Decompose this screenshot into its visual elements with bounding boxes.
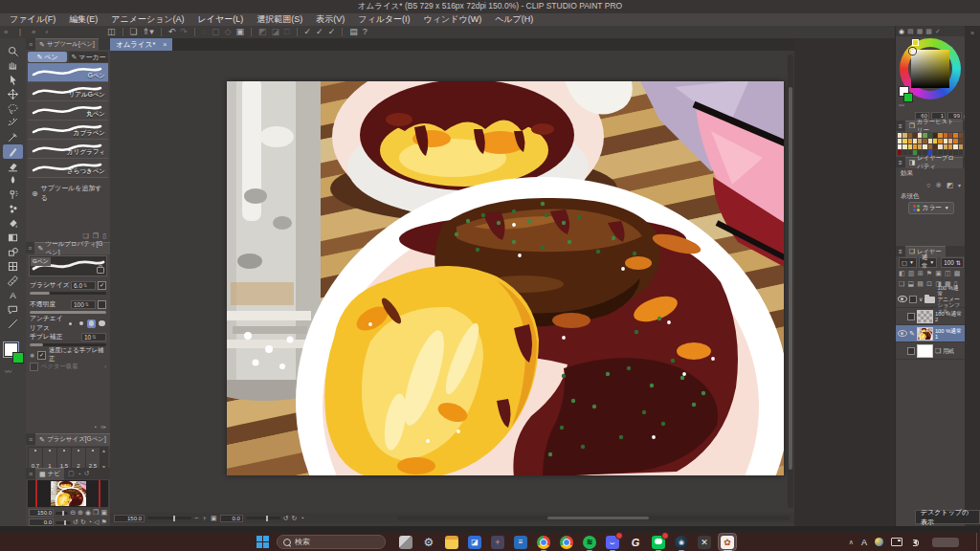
layer-tool-icon-icon_row1-6[interactable]: ▩ <box>954 270 961 277</box>
effect-icon-2[interactable]: ◩ <box>947 181 953 189</box>
snap-ruler-icon[interactable]: ✓ <box>304 28 312 36</box>
menu-item-1[interactable]: 編集(E) <box>69 13 98 26</box>
open-file-icon[interactable]: ❏ <box>130 28 138 36</box>
transparent-color-swatch[interactable]: 〰 <box>899 100 903 109</box>
layer-thumbnail[interactable] <box>917 344 933 358</box>
effect-icon-1[interactable]: ※ <box>936 181 942 189</box>
layer-thumbnail[interactable] <box>917 310 933 323</box>
navigator-zoom-button-1[interactable]: ⊕ <box>78 509 83 517</box>
panel-menu-icon[interactable]: ≡ <box>26 471 35 477</box>
layer-hidden-icon[interactable] <box>898 348 905 353</box>
effect-dropdown-icon[interactable]: ▾ <box>958 182 961 188</box>
show-desktop-button[interactable] <box>976 533 980 551</box>
color-chip[interactable] <box>902 133 906 138</box>
tray-chevron-icon[interactable]: ∧ <box>849 539 854 546</box>
brush-item-カリグラフィ[interactable]: カリグラフィ <box>28 140 108 159</box>
fill-tool[interactable] <box>3 216 23 231</box>
color-chip[interactable] <box>944 139 947 143</box>
help-icon[interactable]: ? <box>363 28 368 36</box>
menu-item-2[interactable]: アニメーション(A) <box>111 13 184 26</box>
color-chip[interactable] <box>898 139 902 143</box>
color-history-header[interactable]: ≡ ❐ カラーヒストリー <box>896 121 966 131</box>
snap-grid-icon[interactable]: ✓ <box>328 28 336 36</box>
navigator-zoom-button-4[interactable]: ▣ <box>100 509 107 517</box>
text-tool[interactable]: A <box>3 288 23 302</box>
layer-tool-icon-icon_row1-5[interactable]: ◫ <box>945 270 951 277</box>
opacity-dynamics-checkbox[interactable] <box>98 300 106 309</box>
antialias-option-1[interactable] <box>77 320 85 328</box>
status-zoom-slider[interactable] <box>147 517 191 519</box>
notepad[interactable]: ≡ <box>512 534 529 550</box>
layer-tool-icon-icon_row2-0[interactable]: ❏ <box>899 280 904 288</box>
copilot-icon[interactable] <box>875 538 883 546</box>
transparent-color-swatch[interactable]: 〰 <box>5 366 11 376</box>
geforce-now[interactable]: G <box>627 534 644 550</box>
color-panel-tab-1[interactable]: ▤ <box>907 28 914 35</box>
preset-scrollbar[interactable]: ▲▼ <box>100 448 107 470</box>
layer-thumbnail[interactable] <box>917 327 933 341</box>
layer-row-アニメーションフォル[interactable]: ∨100 %通常アニメーションフォル <box>896 291 966 308</box>
eyedropper-tool[interactable] <box>3 130 23 144</box>
ruler-tool[interactable] <box>3 274 23 288</box>
color-chip[interactable] <box>948 133 952 138</box>
line[interactable] <box>650 534 667 550</box>
decoration-tool[interactable] <box>3 202 23 216</box>
subtool-tab-マーカー[interactable]: ✎マーカー <box>69 52 108 62</box>
tool-property-footer-icon-1[interactable]: ✑ <box>100 424 106 431</box>
horizontal-scrollbar[interactable] <box>397 516 790 520</box>
brush-size-preset-2.5[interactable]: 2.5 <box>86 448 100 470</box>
snap-special-ruler-icon[interactable]: ✓ <box>316 28 323 36</box>
color-chip[interactable] <box>959 139 963 143</box>
status-zoom-button-1[interactable]: ＋ <box>201 515 208 522</box>
chrome-profile-2[interactable] <box>558 534 575 550</box>
antialias-option-0[interactable] <box>66 320 75 328</box>
frame-border-tool[interactable] <box>3 259 23 274</box>
brush-stroke-preview[interactable]: Gペン <box>29 255 107 276</box>
color-chip[interactable] <box>898 133 902 138</box>
palette-collapse-arrows[interactable]: « ∣ « ‹ <box>4 28 107 36</box>
layer-tool-icon-icon_row1-1[interactable]: ▥ <box>908 270 915 277</box>
tool-property-header[interactable]: ≡ ✎ ツールプロパティ[Gペン] <box>26 242 110 253</box>
brush-size-dynamics-checkbox[interactable]: ✓ <box>98 281 106 290</box>
status-rotate-button-0[interactable]: ↺ <box>283 515 289 522</box>
pen-tool[interactable] <box>3 144 23 159</box>
discord[interactable]: ⌣ <box>604 534 621 550</box>
navigator-rotation-value[interactable]: 0.0 <box>29 518 54 526</box>
start-button[interactable] <box>256 536 269 548</box>
navigator-rotate-button-0[interactable]: ↺ <box>73 518 78 526</box>
color-chip[interactable] <box>908 139 912 143</box>
gradient-tool[interactable] <box>3 231 23 245</box>
color-chip[interactable] <box>944 144 947 149</box>
background-color-swatch[interactable] <box>903 93 913 102</box>
menu-item-7[interactable]: ウィンドウ(W) <box>424 13 482 26</box>
navigator-zoom-button-0[interactable]: ⊖ <box>70 509 76 517</box>
color-chip[interactable] <box>959 150 963 155</box>
color-chip[interactable] <box>898 144 902 149</box>
color-chip[interactable] <box>908 150 912 155</box>
status-zoom-button-2[interactable]: ▣ <box>211 515 217 522</box>
layer-row-2[interactable]: 100 %通常2 <box>896 308 966 325</box>
figure-tool[interactable] <box>3 245 23 259</box>
expression-color-dropdown[interactable]: カラー ▼ <box>908 202 954 214</box>
color-chip[interactable] <box>902 139 906 143</box>
panel-menu-icon[interactable]: ≡ <box>26 41 35 48</box>
brush-item-カブラペン[interactable]: カブラペン <box>28 121 108 140</box>
brush-size-panel-header[interactable]: ≡ ✎ ブラシサイズ[Gペン] <box>26 433 110 445</box>
color-panel-tab-3[interactable]: ▩ <box>925 28 932 35</box>
color-chip[interactable] <box>953 139 957 143</box>
stabilization-value[interactable]: 10⇅ <box>81 333 106 342</box>
color-chip[interactable] <box>928 139 932 143</box>
color-chip[interactable] <box>928 144 932 149</box>
status-zoom-button-0[interactable]: − <box>194 515 198 522</box>
navigator-rotate-button-1[interactable]: ↻ <box>80 518 86 526</box>
info-tab-icon[interactable]: ◔ <box>78 471 81 477</box>
layer-tool-icon-icon_row2-3[interactable]: ⊡ <box>926 280 932 288</box>
blend-tool[interactable] <box>3 173 23 187</box>
brush-item-ざらつきペン[interactable]: ざらつきペン <box>28 159 108 178</box>
layer-tool-icon-icon_row2-1[interactable]: ⬓ <box>907 280 914 288</box>
color-panel-tab-2[interactable]: ▦ <box>917 28 924 35</box>
selection-tool[interactable] <box>3 101 23 116</box>
auto-select-tool[interactable] <box>3 116 23 130</box>
clip-studio-paint[interactable]: ✿ <box>719 534 736 550</box>
navigator-rotate-button-3[interactable]: ◁ <box>94 518 99 526</box>
